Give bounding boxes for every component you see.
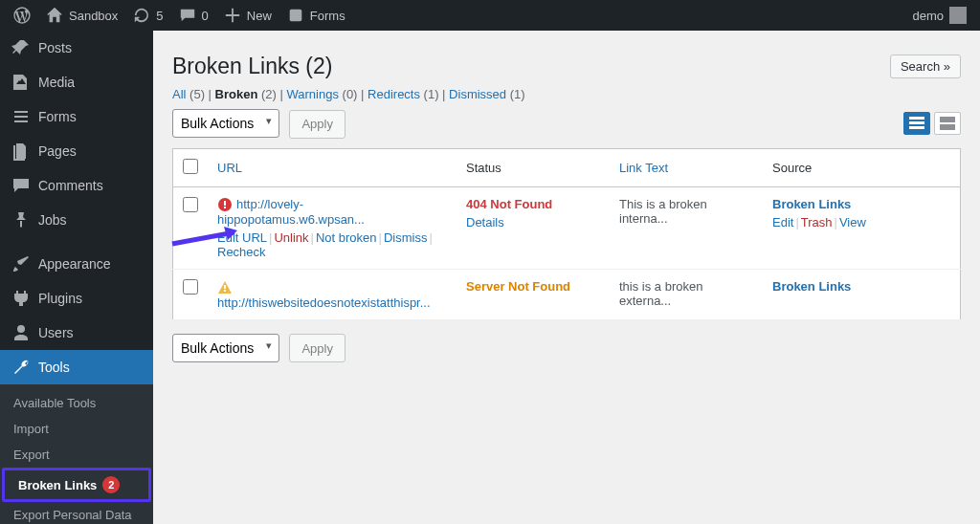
admin-sidebar: Posts Media Forms Pages Comments Jobs Ap… (0, 31, 153, 524)
row2-url[interactable]: http://thiswebsitedoesnotexistatthispr..… (217, 295, 431, 310)
col-url[interactable]: URL (217, 161, 242, 175)
svg-rect-0 (290, 10, 302, 22)
row2-status: Server Not Found (466, 279, 570, 294)
comment-icon (11, 176, 31, 195)
admin-bar: Sandbox 5 0 New Forms demo (0, 0, 980, 31)
pages-icon (11, 142, 31, 161)
submenu-available-tools[interactable]: Available Tools (0, 390, 153, 416)
svg-rect-8 (224, 207, 226, 208)
user-icon (11, 323, 31, 342)
submenu-export-personal[interactable]: Export Personal Data (0, 502, 153, 524)
bulk-actions-select[interactable]: Bulk Actions (172, 109, 279, 138)
sidebar-item-pages[interactable]: Pages (0, 134, 153, 168)
sidebar-item-users[interactable]: Users (0, 316, 153, 350)
sidebar-item-comments[interactable]: Comments (0, 168, 153, 203)
view-excerpt-button[interactable] (934, 112, 961, 135)
filter-dismissed[interactable]: Dismissed (449, 87, 506, 101)
table-row: http://thiswebsitedoesnotexistatthispr..… (173, 270, 961, 320)
action-details[interactable]: Details (466, 215, 504, 229)
svg-rect-3 (909, 126, 924, 129)
wp-logo[interactable] (6, 0, 38, 31)
submenu-import[interactable]: Import (0, 416, 153, 442)
forms-icon (287, 7, 304, 24)
row-checkbox[interactable] (183, 279, 198, 295)
action-not-broken[interactable]: Not broken (316, 230, 377, 245)
warning-icon (217, 280, 233, 295)
page-title: Broken Links (2) (172, 54, 332, 79)
row2-source[interactable]: Broken Links (772, 279, 851, 294)
tools-submenu: Available Tools Import Export Broken Lin… (0, 384, 153, 524)
select-all-checkbox[interactable] (183, 159, 198, 174)
pin2-icon (11, 210, 31, 229)
row1-url[interactable]: http://lovely-hippopotamus.w6.wpsan... (217, 197, 365, 228)
sidebar-item-forms[interactable]: Forms (0, 99, 153, 134)
content-area: Broken Links (2) Search » All (5) | Brok… (153, 31, 980, 524)
svg-rect-5 (940, 124, 955, 130)
row1-url-actions: Edit URL|Unlink|Not broken|Dismiss|Reche… (217, 230, 447, 259)
plus-icon (224, 7, 241, 24)
search-button[interactable]: Search » (890, 55, 961, 78)
site-name[interactable]: Sandbox (38, 0, 125, 31)
row1-linktext: This is a broken interna... (610, 186, 763, 270)
action-src-trash[interactable]: Trash (801, 215, 833, 229)
apply-button-top[interactable]: Apply (289, 110, 345, 139)
new-content[interactable]: New (216, 0, 279, 31)
svg-rect-2 (909, 121, 924, 124)
filter-links: All (5) | Broken (2) | Warnings (0) | Re… (172, 87, 961, 101)
comment-icon (179, 7, 196, 24)
action-edit-url[interactable]: Edit URL (217, 230, 267, 245)
row1-status: 404 Not Found (466, 197, 552, 211)
comments[interactable]: 0 (171, 0, 216, 31)
row-checkbox[interactable] (183, 197, 198, 212)
sidebar-item-posts[interactable]: Posts (0, 31, 153, 65)
pin-icon (11, 38, 31, 57)
broken-links-highlight: Broken Links2 (2, 468, 151, 502)
svg-rect-9 (224, 285, 226, 289)
filter-warnings[interactable]: Warnings (287, 87, 339, 101)
new-label: New (247, 9, 272, 23)
col-source: Source (763, 148, 961, 186)
bulk-actions-select-bottom[interactable]: Bulk Actions (172, 334, 279, 362)
action-src-view[interactable]: View (839, 215, 866, 229)
action-recheck[interactable]: Recheck (217, 245, 266, 259)
action-src-edit[interactable]: Edit (772, 215, 793, 229)
forms-label: Forms (310, 9, 345, 23)
filter-all[interactable]: All (172, 87, 186, 101)
sidebar-item-media[interactable]: Media (0, 65, 153, 99)
brush-icon (11, 254, 31, 273)
site-name-label: Sandbox (69, 9, 118, 23)
user-account[interactable]: demo (904, 0, 974, 31)
comments-count: 0 (202, 9, 209, 23)
links-table: URL Status Link Text Source http://lovel… (172, 148, 961, 320)
filter-redirects[interactable]: Redirects (368, 87, 420, 101)
avatar (949, 7, 967, 24)
sidebar-item-tools[interactable]: Tools (0, 350, 153, 384)
submenu-broken-links[interactable]: Broken Links2 (5, 470, 148, 499)
wrench-icon (11, 358, 31, 377)
table-row: http://lovely-hippopotamus.w6.wpsan... E… (173, 186, 961, 270)
svg-rect-4 (940, 117, 955, 122)
sidebar-item-jobs[interactable]: Jobs (0, 203, 153, 237)
row1-source[interactable]: Broken Links (772, 197, 851, 211)
action-unlink[interactable]: Unlink (274, 230, 308, 245)
updates[interactable]: 5 (125, 0, 170, 31)
view-list-button[interactable] (903, 112, 930, 135)
svg-rect-7 (224, 201, 226, 206)
sidebar-item-appearance[interactable]: Appearance (0, 247, 153, 281)
home-icon (46, 7, 63, 24)
forms-menu[interactable]: Forms (279, 0, 353, 31)
row2-linktext: this is a broken externa... (610, 270, 763, 320)
broken-links-badge: 2 (102, 476, 120, 493)
error-icon (217, 197, 233, 212)
col-status: Status (457, 148, 610, 186)
filter-broken[interactable]: Broken (215, 87, 258, 101)
sidebar-item-plugins[interactable]: Plugins (0, 281, 153, 316)
user-name: demo (912, 9, 944, 23)
list-icon (11, 107, 31, 126)
col-linktext[interactable]: Link Text (619, 161, 668, 175)
action-dismiss[interactable]: Dismiss (384, 230, 428, 245)
wordpress-icon (13, 7, 31, 24)
submenu-export[interactable]: Export (0, 442, 153, 468)
apply-button-bottom[interactable]: Apply (289, 334, 345, 362)
refresh-icon (133, 7, 150, 24)
